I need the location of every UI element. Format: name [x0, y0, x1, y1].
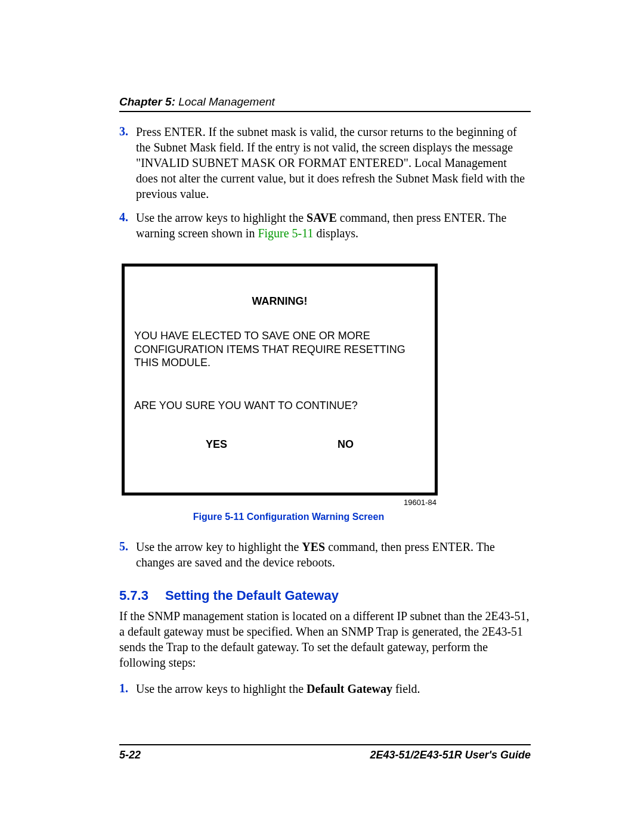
figure-reference[interactable]: Figure 5-11	[258, 227, 313, 240]
step-number: 1.	[119, 681, 136, 696]
step-1: 1. Use the arrow keys to highlight the D…	[119, 681, 531, 696]
no-option: NO	[338, 438, 354, 451]
section-title: Setting the Default Gateway	[165, 588, 339, 603]
step-4: 4. Use the arrow keys to highlight the S…	[119, 210, 531, 241]
page: Chapter 5: Local Management 3. Press ENT…	[0, 0, 644, 833]
text-part: displays.	[314, 227, 359, 240]
figure-caption: Figure 5-11 Configuration Warning Screen	[140, 512, 438, 522]
step-number: 4.	[119, 210, 136, 241]
step-text: Use the arrow key to highlight the YES c…	[136, 539, 531, 570]
yes-no-row: YES NO	[134, 438, 425, 451]
step-3: 3. Press ENTER. If the subnet mask is va…	[119, 124, 531, 202]
chapter-title: Local Management	[175, 95, 275, 108]
running-header: Chapter 5: Local Management	[119, 95, 531, 112]
text-part: Use the arrow key to highlight the	[136, 540, 302, 553]
page-footer: 5-22 2E43-51/2E43-51R User's Guide	[119, 744, 531, 761]
step-list-a: 3. Press ENTER. If the subnet mask is va…	[119, 124, 531, 241]
guide-title: 2E43-51/2E43-51R User's Guide	[370, 749, 531, 761]
text-part: Use the arrow keys to highlight the	[136, 211, 306, 224]
yes-option: YES	[206, 438, 227, 451]
warning-title: WARNING!	[134, 295, 425, 308]
step-list-c: 1. Use the arrow keys to highlight the D…	[119, 681, 531, 696]
section-heading: 5.7.3Setting the Default Gateway	[119, 588, 531, 603]
yes-command: YES	[302, 540, 325, 553]
step-text: Use the arrow keys to highlight the SAVE…	[136, 210, 531, 241]
default-gateway-field: Default Gateway	[306, 682, 392, 695]
step-text: Press ENTER. If the subnet mask is valid…	[136, 124, 531, 202]
step-5: 5. Use the arrow key to highlight the YE…	[119, 539, 531, 570]
warning-screen: WARNING! YOU HAVE ELECTED TO SAVE ONE OR…	[122, 264, 438, 496]
step-number: 5.	[119, 539, 136, 570]
section-number: 5.7.3	[119, 588, 148, 603]
warning-message: YOU HAVE ELECTED TO SAVE ONE OR MORE CON…	[134, 329, 425, 370]
warning-question: ARE YOU SURE YOU WANT TO CONTINUE?	[134, 400, 425, 412]
text-part: Use the arrow keys to highlight the	[136, 682, 306, 695]
save-command: SAVE	[306, 211, 337, 224]
page-number: 5-22	[119, 749, 141, 761]
step-list-b: 5. Use the arrow key to highlight the YE…	[119, 539, 531, 570]
figure-ref-number: 19601-84	[122, 498, 436, 507]
step-number: 3.	[119, 124, 136, 202]
section-body: If the SNMP management station is locate…	[119, 608, 531, 670]
text-part: field.	[392, 682, 420, 695]
step-text: Use the arrow keys to highlight the Defa…	[136, 681, 420, 696]
figure-5-11: WARNING! YOU HAVE ELECTED TO SAVE ONE OR…	[122, 264, 438, 522]
chapter-label: Chapter 5:	[119, 95, 175, 108]
